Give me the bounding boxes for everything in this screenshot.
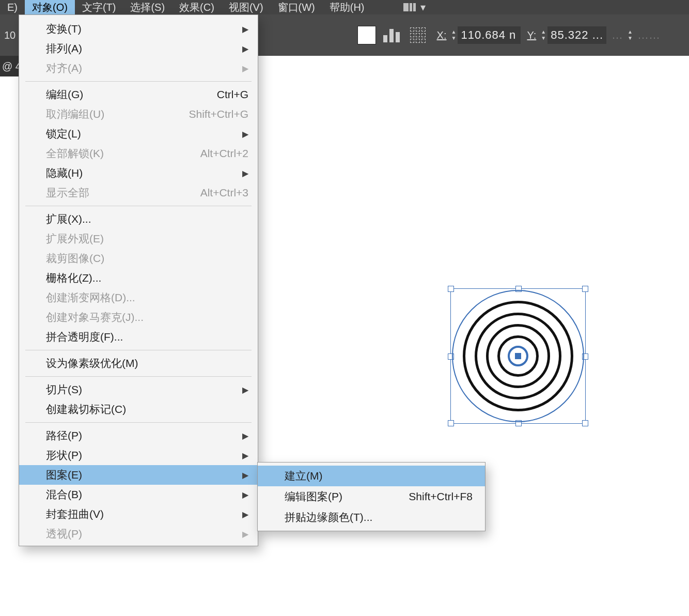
submenu-arrow-icon: ▶	[242, 24, 248, 34]
x-stepper[interactable]: ▲▼	[449, 26, 458, 44]
menu-separator	[25, 350, 252, 350]
menu-item: 创建对象马赛克(J)...	[19, 307, 258, 327]
menu-item-label: 全部解锁(K)	[46, 146, 200, 161]
menu-object[interactable]: 对象(O)	[25, 0, 75, 15]
menu-item-label: 扩展外观(E)	[46, 232, 248, 246]
selection-handle[interactable]	[448, 420, 454, 426]
menu-item-label: 扩展(X)...	[46, 212, 248, 226]
menu-type[interactable]: 文字(T)	[75, 0, 123, 15]
menu-item-label: 锁定(L)	[46, 127, 248, 141]
submenu-item-label: 建立(M)	[285, 469, 473, 483]
menu-item[interactable]: 形状(P)▶	[19, 445, 258, 465]
submenu-item-label: 拼贴边缘颜色(T)...	[285, 510, 473, 525]
menu-item[interactable]: 编组(G)Ctrl+G	[19, 85, 258, 104]
selection-handle[interactable]	[582, 286, 588, 292]
menu-item-shortcut: Alt+Ctrl+2	[200, 147, 248, 160]
menu-select[interactable]: 选择(S)	[123, 0, 172, 15]
menu-item-label: 创建对象马赛克(J)...	[46, 310, 248, 325]
menu-item-label: 透视(P)	[46, 527, 248, 541]
menu-item[interactable]: 排列(A)▶	[19, 39, 258, 58]
menu-item-label: 裁剪图像(C)	[46, 251, 248, 266]
menu-item: 对齐(A)▶	[19, 58, 258, 78]
menu-item-label: 图案(E)	[46, 468, 248, 482]
menu-item-label: 对齐(A)	[46, 61, 248, 75]
transform-reference-icon[interactable]	[410, 27, 426, 43]
menu-separator	[25, 376, 252, 377]
menu-separator	[25, 81, 252, 82]
x-value[interactable]: 110.684 n	[458, 26, 521, 44]
submenu-arrow-icon: ▶	[242, 168, 248, 178]
y-label: Y:	[527, 29, 536, 41]
menubar: E) 对象(O) 文字(T) 选择(S) 效果(C) 视图(V) 窗口(W) 帮…	[0, 0, 689, 14]
submenu-item-label: 编辑图案(P)	[285, 489, 409, 504]
menu-view[interactable]: 视图(V)	[222, 0, 271, 15]
selected-object[interactable]	[450, 288, 586, 424]
menu-item-label: 混合(B)	[46, 487, 248, 502]
x-label: X:	[437, 29, 447, 41]
y-stepper[interactable]: ▲▼	[539, 26, 547, 44]
submenu-arrow-icon: ▶	[242, 529, 248, 539]
menu-window[interactable]: 窗口(W)	[271, 0, 322, 15]
menu-item-label: 排列(A)	[46, 41, 248, 56]
menu-item[interactable]: 设为像素级优化(M)	[19, 353, 258, 373]
submenu-arrow-icon: ▶	[242, 44, 248, 54]
selection-center-icon	[515, 353, 521, 359]
menu-item-label: 创建渐变网格(D)...	[46, 290, 248, 305]
menu-item-shortcut: Shift+Ctrl+G	[189, 108, 248, 120]
menu-item: 显示全部Alt+Ctrl+3	[19, 183, 258, 203]
menu-item[interactable]: 混合(B)▶	[19, 485, 258, 504]
menu-effect[interactable]: 效果(C)	[172, 0, 222, 15]
submenu-item-shortcut: Shift+Ctrl+F8	[409, 490, 473, 503]
menu-file-truncated[interactable]: E)	[0, 0, 25, 15]
selection-handle[interactable]	[448, 286, 454, 292]
submenu-item[interactable]: 建立(M)	[258, 466, 485, 486]
menu-item-label: 封套扭曲(V)	[46, 507, 248, 521]
submenu-arrow-icon: ▶	[242, 470, 248, 480]
menu-item[interactable]: 切片(S)▶	[19, 380, 258, 399]
fill-swatch[interactable]	[357, 26, 376, 44]
menu-item-shortcut: Ctrl+G	[217, 88, 248, 101]
pattern-submenu: 建立(M)编辑图案(P)Shift+Ctrl+F8拼贴边缘颜色(T)...	[257, 462, 486, 531]
menu-item[interactable]: 栅格化(Z)...	[19, 268, 258, 288]
menu-item-label: 拼合透明度(F)...	[46, 330, 248, 344]
menu-item: 取消编组(U)Shift+Ctrl+G	[19, 104, 258, 124]
menu-item-label: 变换(T)	[46, 22, 248, 36]
submenu-arrow-icon: ▶	[242, 431, 248, 441]
menu-item[interactable]: 拼合透明度(F)...	[19, 327, 258, 347]
menu-item[interactable]: 锁定(L)▶	[19, 124, 258, 144]
menu-separator	[25, 206, 252, 206]
selection-handle[interactable]	[582, 420, 588, 426]
submenu-arrow-icon: ▶	[242, 510, 248, 519]
submenu-item[interactable]: 拼贴边缘颜色(T)...	[258, 507, 485, 528]
menu-item[interactable]: 变换(T)▶	[19, 19, 258, 39]
menu-item-label: 显示全部	[46, 186, 200, 200]
menu-item-label: 编组(G)	[46, 87, 217, 102]
menu-item[interactable]: 封套扭曲(V)▶	[19, 504, 258, 524]
workspace-layout-dropdown[interactable]: ▾	[420, 1, 426, 13]
submenu-arrow-icon: ▶	[242, 385, 248, 395]
workspace-layout-icon[interactable]	[403, 3, 416, 12]
menu-item[interactable]: 创建裁切标记(C)	[19, 399, 258, 419]
menu-item: 创建渐变网格(D)...	[19, 288, 258, 307]
menu-item: 透视(P)▶	[19, 524, 258, 544]
menu-item-label: 形状(P)	[46, 448, 248, 463]
menu-item-label: 栅格化(Z)...	[46, 271, 248, 285]
menu-item[interactable]: 隐藏(H)▶	[19, 163, 258, 183]
tail-stepper[interactable]: ▲▼	[626, 26, 634, 44]
menu-item-label: 设为像素级优化(M)	[46, 356, 248, 371]
menu-item-label: 隐藏(H)	[46, 166, 248, 180]
object-menu-dropdown: 变换(T)▶排列(A)▶对齐(A)▶编组(G)Ctrl+G取消编组(U)Shif…	[19, 14, 258, 546]
menu-help[interactable]: 帮助(H)	[322, 0, 372, 15]
align-icon[interactable]	[383, 28, 401, 42]
menu-item-label: 路径(P)	[46, 428, 248, 443]
y-value[interactable]: 85.322 ...	[547, 26, 606, 44]
menu-item: 裁剪图像(C)	[19, 249, 258, 268]
menu-item: 扩展外观(E)	[19, 229, 258, 249]
submenu-arrow-icon: ▶	[242, 490, 248, 500]
options-tail: … ▲▼ ……	[606, 26, 689, 44]
menu-item[interactable]: 路径(P)▶	[19, 426, 258, 445]
menu-item[interactable]: 扩展(X)...	[19, 209, 258, 229]
menu-item[interactable]: 图案(E)▶	[19, 465, 258, 485]
submenu-item[interactable]: 编辑图案(P)Shift+Ctrl+F8	[258, 486, 485, 507]
submenu-arrow-icon: ▶	[242, 129, 248, 139]
